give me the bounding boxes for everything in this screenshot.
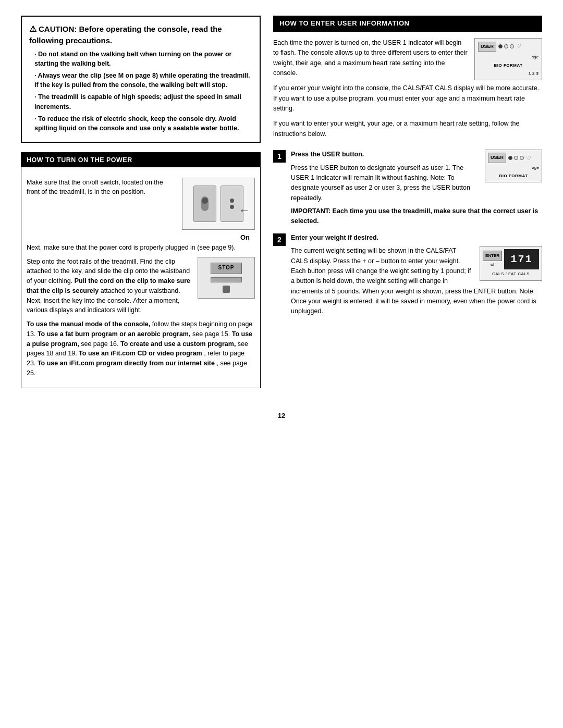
on-label: On: [182, 233, 255, 243]
page-container: ⚠CAUTION: Before operating the console, …: [21, 16, 542, 421]
stop-illustration: STOP: [198, 257, 255, 299]
steps-container: 1 USER: [273, 150, 542, 317]
ui-num-1: 1: [529, 70, 531, 77]
fat-burn-bold: To use a fat burn program or an aerobic …: [38, 330, 191, 338]
step-1-item: 1 USER: [273, 150, 542, 227]
user-ind-step1-inner: USER ♡ age BIO: [488, 153, 539, 179]
enter-btn: ENTER: [483, 251, 502, 261]
ui-num-row: 1 2 3: [478, 70, 538, 77]
bottom-instructions: To use the manual mode of the console, f…: [27, 319, 255, 378]
step-2-title: Enter your weight if desired.: [291, 233, 542, 243]
switch-slot: [201, 196, 209, 211]
turn-on-para-2: Next, make sure that the power cord is p…: [27, 243, 255, 253]
ui-dot-3: [510, 44, 514, 48]
switch-panel-left: [193, 186, 216, 222]
dots-s1: [508, 156, 524, 160]
user-indicator-inner-top: USER ♡ age BIO FORMAT 1 2: [478, 42, 538, 77]
switch-box: ←: [182, 178, 255, 230]
ui-bio-label: BIO FORMAT: [478, 63, 538, 69]
caution-item-1: · Do not stand on the walking belt when …: [29, 50, 252, 68]
page-number: 12: [21, 411, 542, 421]
turn-on-header: HOW TO TURN ON THE POWER: [21, 153, 260, 167]
weight-display-inner: ENTER wt 171: [483, 249, 539, 269]
stop-bar: [211, 277, 242, 282]
ui-dot-2: [504, 44, 508, 48]
fat-burn-rest: see page 15.: [192, 330, 230, 338]
stop-panel: STOP: [198, 257, 255, 299]
enter-col: ENTER wt: [483, 251, 502, 268]
step-1-number: 1: [273, 150, 286, 163]
ui-row-top: USER ♡: [478, 42, 538, 52]
internet-bold: To use an iFit.com program directly from…: [38, 360, 215, 367]
switch-inner: [193, 186, 243, 222]
intro-para-3: If you want to enter your weight, your a…: [273, 119, 542, 139]
ui-user-label: USER: [478, 42, 496, 52]
manual-mode-bold: To use the manual mode of the console,: [27, 320, 150, 328]
step-1-important: IMPORTANT: Each time you use the treadmi…: [291, 206, 542, 227]
turn-on-para-1: Make sure that the on/off switch, locate…: [27, 178, 177, 196]
arrow-indicator: ←: [239, 202, 250, 219]
wt-label: wt: [491, 262, 494, 268]
ui-dots-top: [498, 44, 514, 48]
switch-dot-2: [230, 205, 234, 209]
weight-display-box: ENTER wt 171 CALS / FAT CALS: [480, 246, 542, 280]
step-1-content: USER ♡ age BIO: [291, 150, 542, 227]
ifit-bold: To use an iFit.com CD or video program: [79, 350, 202, 357]
step-2-item: 2 Enter your weight if desired. ENTER wt: [273, 233, 542, 317]
warning-icon: ⚠: [29, 24, 36, 33]
user-indicator-step1: USER ♡ age BIO: [485, 150, 542, 182]
dot-s1-3: [520, 156, 524, 160]
step-1-inner: USER ♡ age BIO: [291, 150, 542, 227]
ui-age-label: age: [478, 54, 538, 60]
turn-on-para2-wrap: Next, make sure that the power cord is p…: [21, 243, 260, 378]
caution-title: ⚠CAUTION: Before operating the console, …: [29, 23, 252, 46]
step-2-inner: ENTER wt 171 CALS / FAT CALS The current…: [291, 246, 542, 317]
user-ind-step1-row: USER ♡: [488, 153, 539, 163]
intro-para-2: If you enter your weight into the consol…: [273, 83, 542, 114]
ui-num-3: 3: [536, 70, 538, 77]
step-2-content: Enter your weight if desired. ENTER wt 1…: [291, 233, 542, 317]
left-column: ⚠CAUTION: Before operating the console, …: [21, 16, 261, 396]
ui-heart-top: ♡: [516, 42, 521, 51]
switch-dot-1: [230, 199, 234, 203]
ui-dot-1: [498, 44, 503, 48]
switch-knob: [202, 198, 208, 204]
step-2-number: 2: [273, 233, 286, 246]
turn-on-text: Make sure that the on/off switch, locate…: [27, 178, 177, 201]
dot-s1-1: [508, 156, 512, 160]
switch-illustration: ← On: [182, 178, 255, 243]
weight-digits: 171: [504, 249, 539, 269]
turn-on-section: HOW TO TURN ON THE POWER Make sure that …: [21, 152, 261, 388]
pulse-rest: see page 16.: [81, 340, 118, 348]
custom-bold: To create and use a custom program,: [120, 340, 236, 348]
caution-box: ⚠CAUTION: Before operating the console, …: [21, 16, 261, 143]
caution-item-3: · The treadmill is capable of high speed…: [29, 92, 252, 111]
bio-label-s1: BIO FORMAT: [488, 173, 539, 179]
stop-knob: [223, 286, 230, 293]
caution-item-4: · To reduce the risk of electric shock, …: [29, 114, 252, 133]
caution-item-2: · Always wear the clip (see M on page 8)…: [29, 71, 252, 90]
user-label-s1: USER: [488, 153, 506, 163]
user-indicator-top: USER ♡ age BIO FORMAT 1 2: [474, 38, 542, 80]
right-column: HOW TO ENTER USER INFORMATION USER: [273, 16, 542, 317]
turn-on-content: Make sure that the on/off switch, locate…: [21, 172, 260, 243]
intro-section: USER ♡ age BIO FORMAT 1 2: [273, 38, 542, 144]
main-two-col: ⚠CAUTION: Before operating the console, …: [21, 16, 542, 396]
age-label-s1: age: [488, 165, 539, 171]
how-to-enter-header: HOW TO ENTER USER INFORMATION: [273, 16, 542, 32]
stop-button: STOP: [211, 263, 242, 274]
dot-s1-2: [514, 156, 518, 160]
heart-s1: ♡: [526, 154, 531, 163]
ui-num-2: 2: [532, 70, 534, 77]
cals-label: CALS / FAT CALS: [483, 271, 539, 277]
